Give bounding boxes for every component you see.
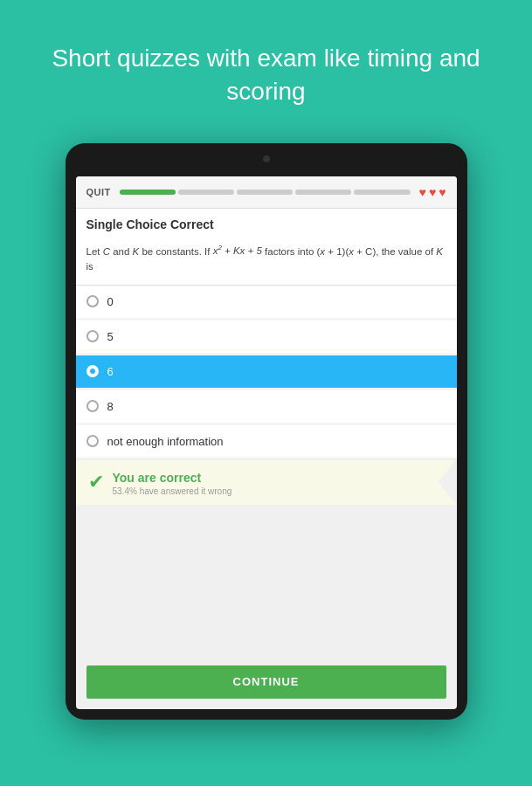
option-not-enough[interactable]: not enough information bbox=[76, 425, 457, 458]
option-text-5: 5 bbox=[107, 330, 114, 343]
progress-bar-3 bbox=[237, 190, 293, 195]
radio-8 bbox=[86, 400, 99, 412]
radio-5 bbox=[86, 330, 99, 342]
checkmark-icon: ✔ bbox=[88, 472, 104, 492]
quit-label[interactable]: QUIT bbox=[86, 187, 111, 197]
option-text-0: 0 bbox=[107, 295, 114, 308]
quiz-header: QUIT ♥ ♥ ♥ bbox=[76, 176, 457, 209]
question-var-c: C bbox=[103, 245, 110, 256]
radio-6 bbox=[86, 365, 99, 377]
option-5[interactable]: 5 bbox=[76, 321, 457, 353]
correct-label: You are correct bbox=[113, 471, 232, 485]
radio-not-enough bbox=[86, 435, 99, 447]
option-8[interactable]: 8 bbox=[76, 390, 457, 423]
hearts-container: ♥ ♥ ♥ bbox=[419, 185, 446, 199]
quiz-title: Single Choice Correct bbox=[76, 209, 457, 238]
wrong-percentage: 53.4% have answered it wrong bbox=[113, 486, 232, 496]
quiz-question: Let C and K be constants. If x2 + Kx + 5… bbox=[76, 238, 457, 286]
question-var-k: K bbox=[133, 245, 140, 256]
option-text-not-enough: not enough information bbox=[107, 435, 224, 448]
continue-label: CONTINUE bbox=[233, 675, 300, 688]
radio-0 bbox=[86, 295, 99, 307]
heart-1: ♥ bbox=[419, 185, 426, 199]
question-expr: x2 + Kx + 5 bbox=[213, 245, 262, 256]
progress-bar-5 bbox=[354, 190, 410, 195]
options-list: 0 5 6 8 not enough information bbox=[76, 286, 457, 458]
option-0[interactable]: 0 bbox=[76, 286, 457, 318]
header-title: Short quizzes with exam like timing and … bbox=[0, 0, 532, 134]
option-6[interactable]: 6 bbox=[76, 355, 457, 388]
option-text-8: 8 bbox=[107, 400, 114, 413]
heart-3: ♥ bbox=[439, 185, 446, 199]
result-banner: ✔ You are correct 53.4% have answered it… bbox=[76, 460, 457, 505]
progress-bar-2 bbox=[178, 190, 234, 195]
tablet-camera bbox=[263, 155, 270, 162]
tablet-device: QUIT ♥ ♥ ♥ Single Choice Correct Le bbox=[66, 143, 467, 720]
heart-2: ♥ bbox=[429, 185, 436, 199]
option-text-6: 6 bbox=[107, 365, 114, 378]
result-text-area: You are correct 53.4% have answered it w… bbox=[113, 471, 232, 496]
tablet-frame: QUIT ♥ ♥ ♥ Single Choice Correct Le bbox=[66, 143, 467, 720]
progress-bar-1 bbox=[120, 190, 176, 195]
bottom-area bbox=[76, 505, 457, 557]
progress-bar-container bbox=[120, 190, 411, 195]
progress-bar-4 bbox=[295, 190, 351, 195]
tablet-screen: QUIT ♥ ♥ ♥ Single Choice Correct Le bbox=[76, 176, 457, 709]
continue-button[interactable]: CONTINUE bbox=[86, 665, 446, 699]
